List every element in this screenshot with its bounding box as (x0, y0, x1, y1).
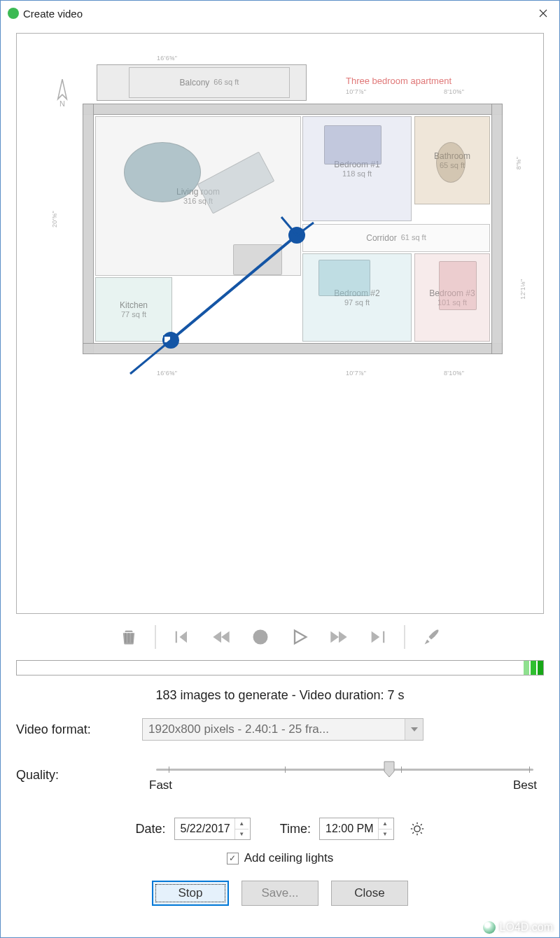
close-button[interactable]: Close (331, 881, 408, 906)
dim-top-mid: 10'7⅞" (346, 88, 366, 95)
dim-bottom-left: 16'6⅝" (157, 370, 177, 377)
dim-right-lower: 12'1⅛" (519, 279, 526, 299)
close-window-button[interactable] (527, 2, 559, 24)
dim-top-left: 16'6⅝" (157, 55, 177, 62)
separator (404, 625, 405, 649)
separator (155, 625, 156, 649)
progress-fill (522, 661, 543, 675)
video-format-row: Video format: 1920x800 pixels - 2.40:1 -… (16, 718, 544, 741)
quality-best-label: Best (513, 778, 537, 792)
wall (83, 343, 503, 354)
wall (491, 104, 503, 354)
furniture-tub (436, 142, 465, 183)
brush-icon[interactable] (418, 625, 444, 649)
svg-point-8 (253, 630, 268, 645)
quality-fast-label: Fast (149, 778, 172, 792)
datetime-row: Date: 5/22/2017 ▲▼ Time: 12:00 PM ▲▼ (16, 818, 544, 840)
room-bedroom2: Bedroom #297 sq ft (302, 253, 412, 342)
room-bedroom3: Bedroom #3101 sq ft (414, 253, 490, 342)
title-bar: Create video (1, 1, 559, 26)
ceiling-lights-checkbox[interactable]: ✓ (227, 853, 239, 864)
room-living: Living room316 sq ft (95, 116, 301, 276)
video-format-combo[interactable]: 1920x800 pixels - 2.40:1 - 25 fra... (142, 718, 424, 741)
window-title: Create video (23, 8, 527, 20)
room-balcony: Balcony 66 sq ft (129, 67, 290, 98)
floorplan: Three bedroom apartment N 16'6⅝" 10'7⅞" … (17, 34, 543, 384)
furniture-bed (324, 125, 382, 164)
stop-button[interactable]: Stop (152, 881, 229, 906)
dialog-buttons: Stop Save... Close (16, 881, 544, 906)
playback-controls (16, 625, 544, 649)
room-bedroom1: Bedroom #1118 sq ft (302, 116, 412, 221)
time-spinner[interactable]: ▲▼ (378, 818, 392, 839)
video-format-label: Video format: (16, 722, 142, 737)
status-text: 183 images to generate - Video duration:… (16, 688, 544, 703)
watermark: LO4D.com (483, 921, 553, 934)
quality-row: Quality: Fast Best (16, 759, 544, 791)
skip-end-icon[interactable] (365, 625, 391, 649)
floorplan-title: Three bedroom apartment (346, 76, 451, 86)
room-corridor: Corridor61 sq ft (302, 224, 490, 252)
svg-line-17 (412, 832, 414, 834)
furniture-table (124, 142, 201, 202)
watermark-text: LO4D.com (500, 921, 553, 934)
furniture-dinette (233, 244, 282, 275)
sun-settings-icon[interactable] (410, 821, 425, 836)
dialog-window: Create video Three bedroom apartment N 1… (0, 0, 560, 938)
date-input[interactable]: 5/22/2017 ▲▼ (174, 818, 251, 840)
dim-right-upper: 8'⅝" (515, 157, 522, 170)
fast-forward-icon[interactable] (326, 625, 352, 649)
time-label: Time: (280, 822, 311, 836)
dim-bottom-right: 8'10⅝" (444, 370, 464, 377)
save-button[interactable]: Save... (241, 881, 318, 906)
dim-bottom-mid: 10'7⅞" (346, 370, 366, 377)
quality-label: Quality: (16, 768, 142, 783)
progress-bar (16, 660, 544, 676)
quality-slider[interactable]: Fast Best (149, 759, 537, 791)
chevron-down-icon (405, 719, 423, 740)
app-icon (8, 8, 19, 19)
preview-canvas[interactable]: Three bedroom apartment N 16'6⅝" 10'7⅞" … (16, 33, 544, 614)
room-bathroom: Bathroom65 sq ft (414, 116, 490, 204)
slider-thumb-icon[interactable] (383, 760, 396, 778)
room-kitchen: Kitchen77 sq ft (95, 277, 172, 342)
time-input[interactable]: 12:00 PM ▲▼ (319, 818, 393, 840)
compass-icon: N (50, 77, 74, 108)
svg-line-14 (412, 824, 414, 825)
dialog-content: Three bedroom apartment N 16'6⅝" 10'7⅞" … (1, 26, 559, 937)
date-label: Date: (135, 822, 165, 836)
watermark-icon (483, 921, 496, 934)
svg-point-9 (414, 826, 419, 832)
play-icon[interactable] (286, 625, 313, 649)
furniture-bed (318, 260, 370, 296)
wall (83, 104, 503, 115)
wall (83, 104, 94, 354)
date-spinner[interactable]: ▲▼ (234, 818, 248, 839)
dim-left: 20'⅝" (51, 211, 58, 227)
furniture-bed (439, 261, 477, 310)
svg-text:N: N (59, 99, 65, 108)
ceiling-lights-label: Add ceiling lights (244, 851, 334, 865)
svg-line-16 (421, 824, 422, 825)
trash-icon[interactable] (115, 625, 142, 649)
dim-top-right: 8'10⅝" (444, 88, 464, 95)
record-icon[interactable] (247, 625, 274, 649)
furniture-sofa (197, 151, 275, 214)
skip-start-icon[interactable] (169, 625, 195, 649)
ceiling-lights-row: ✓ Add ceiling lights (16, 851, 544, 865)
svg-line-15 (421, 832, 422, 834)
rewind-icon[interactable] (208, 625, 234, 649)
